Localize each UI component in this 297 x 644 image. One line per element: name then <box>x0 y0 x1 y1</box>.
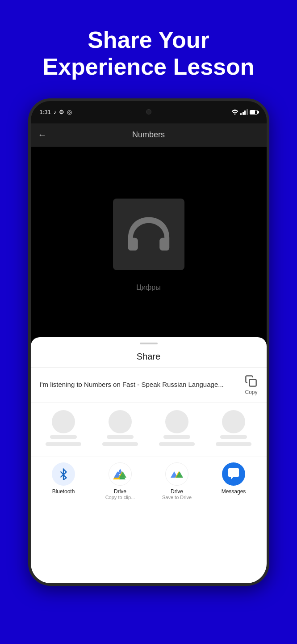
content-area: Цифры <box>31 147 267 343</box>
app-drive-save[interactable]: Drive Save to Drive <box>155 462 199 500</box>
page-title: Share Your Experience Lesson <box>0 0 297 98</box>
bluetooth-label: Bluetooth <box>52 488 75 495</box>
app-placeholder-3 <box>155 410 199 439</box>
app-placeholder-4 <box>211 410 256 439</box>
music-icon: ♪ <box>54 109 57 115</box>
signal-bars <box>240 109 248 115</box>
sheet-title: Share <box>31 344 267 367</box>
title-line1: Share Your <box>88 27 209 53</box>
app-placeholder-8 <box>211 442 256 446</box>
app-title: Numbers <box>132 130 165 140</box>
share-text-row: I'm listening to Numbers on Fast - Speak… <box>31 367 267 403</box>
status-bar: 1:31 ♪ ⚙ ◎ <box>31 101 267 123</box>
camera-notch <box>146 109 151 114</box>
title-line2: Experience Lesson <box>43 54 255 80</box>
apps-grid <box>31 403 267 457</box>
content-subtitle: Цифры <box>136 284 160 292</box>
copy-icon <box>245 375 257 387</box>
app-placeholder-2 <box>98 410 142 439</box>
app-messages[interactable]: Messages <box>211 462 256 495</box>
wifi-icon <box>231 109 238 115</box>
drive-save-sub: Save to Drive <box>162 495 192 500</box>
phone-wrapper: 1:31 ♪ ⚙ ◎ <box>0 98 297 586</box>
headphones-icon <box>124 212 173 257</box>
svg-rect-0 <box>250 379 256 386</box>
app-placeholder-7 <box>155 442 199 446</box>
status-left: 1:31 ♪ ⚙ ◎ <box>40 109 72 115</box>
status-time: 1:31 <box>40 109 51 115</box>
page-background: Share Your Experience Lesson 1:31 ♪ ⚙ ◎ <box>0 0 297 644</box>
settings-icon: ⚙ <box>59 109 64 115</box>
drive-save-label: Drive <box>171 488 183 495</box>
messages-label: Messages <box>222 488 246 495</box>
drive-save-icon-circle <box>165 462 188 486</box>
headphones-container <box>113 199 184 270</box>
battery-icon <box>250 110 258 114</box>
apps-row-2 <box>35 442 262 446</box>
status-right <box>231 109 258 115</box>
app-bluetooth[interactable]: Bluetooth <box>41 462 86 495</box>
drive-copy-icon-circle <box>109 462 132 486</box>
bluetooth-icon-circle <box>52 462 75 486</box>
apps-row-1 <box>35 410 262 439</box>
drive-copy-sub: Copy to clip... <box>105 495 135 500</box>
app-placeholder-5 <box>41 442 86 446</box>
messages-icon-circle <box>222 462 245 486</box>
drive-copy-label: Drive <box>114 488 126 495</box>
back-button[interactable]: ← <box>38 130 47 140</box>
app-bar: ← Numbers <box>31 123 267 147</box>
copy-label: Copy <box>245 389 257 395</box>
bottom-apps-row: Bluetooth <box>31 457 267 505</box>
copy-button[interactable]: Copy <box>245 375 257 395</box>
bottom-sheet: Share I'm listening to Numbers on Fast -… <box>31 337 267 583</box>
sync-icon: ◎ <box>67 109 72 115</box>
phone-frame: 1:31 ♪ ⚙ ◎ <box>28 98 269 586</box>
share-text: I'm listening to Numbers on Fast - Speak… <box>40 380 240 390</box>
app-placeholder-1 <box>41 410 86 439</box>
app-placeholder-6 <box>98 442 142 446</box>
app-drive-copy[interactable]: Drive Copy to clip... <box>98 462 142 500</box>
